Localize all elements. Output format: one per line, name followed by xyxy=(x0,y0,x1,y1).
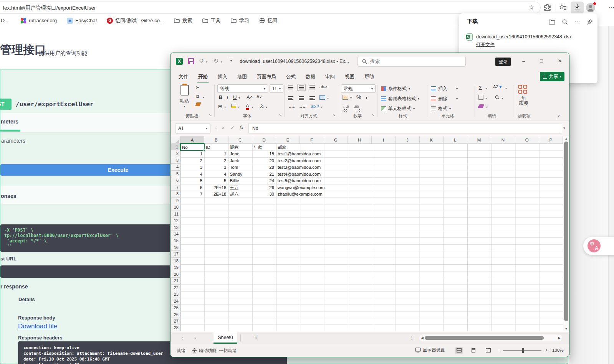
column-header-P[interactable]: P xyxy=(539,136,563,144)
excel-search-box[interactable]: 搜索 xyxy=(357,56,466,67)
cell-B2[interactable]: 1 xyxy=(204,151,226,157)
login-button[interactable]: 登录 xyxy=(495,58,511,66)
column-header-D[interactable]: D xyxy=(252,136,276,144)
redo-icon[interactable]: ↻ xyxy=(213,58,218,64)
copy-icon[interactable]: ⧉ xyxy=(196,94,199,99)
row-header-14[interactable]: 14 xyxy=(171,231,180,237)
cell-B5[interactable]: 4 xyxy=(204,171,226,178)
cell-C1[interactable]: 昵称 xyxy=(230,144,239,151)
cell-B3[interactable]: 2 xyxy=(204,158,226,164)
search-downloads-icon[interactable] xyxy=(561,18,568,25)
ribbon-tab-审阅[interactable]: 审阅 xyxy=(320,72,340,83)
ribbon-tab-页面布局[interactable]: 页面布局 xyxy=(252,72,281,83)
column-header-J[interactable]: J xyxy=(396,136,419,144)
row-header-13[interactable]: 13 xyxy=(171,224,180,231)
horizontal-scroll-thumb[interactable] xyxy=(425,336,544,340)
minimize-button[interactable]: − xyxy=(518,58,530,64)
maximize-button[interactable]: □ xyxy=(536,58,547,64)
ribbon-tab-帮助[interactable]: 帮助 xyxy=(359,72,379,83)
row-header-22[interactable]: 22 xyxy=(171,285,180,291)
orientation-icon[interactable]: ab⇗ xyxy=(311,104,319,109)
open-file-link[interactable]: 打开文件 xyxy=(476,41,495,48)
zoom-out-icon[interactable]: − xyxy=(498,348,500,352)
font-dialog-launcher-icon[interactable]: ↘ xyxy=(279,113,282,117)
row-header-1[interactable]: 1 xyxy=(171,144,180,150)
close-button[interactable]: × xyxy=(554,58,566,64)
bookmark-item[interactable]: ◉EasyChat xyxy=(67,18,97,24)
cell-D8[interactable]: 30 xyxy=(252,191,274,198)
column-header-F[interactable]: F xyxy=(300,136,324,144)
cell-C7[interactable]: 王五 xyxy=(230,184,239,191)
cell-E3[interactable]: test2@baomidou.com xyxy=(278,158,321,164)
new-sheet-icon[interactable]: + xyxy=(254,334,258,341)
cell-D7[interactable]: 26 xyxy=(252,184,274,191)
row-header-25[interactable]: 25 xyxy=(171,305,180,311)
row-header-12[interactable]: 12 xyxy=(171,217,180,224)
comma-style-icon[interactable]: , xyxy=(366,93,367,99)
cell-C3[interactable]: Jack xyxy=(230,158,239,164)
row-header-5[interactable]: 5 xyxy=(171,171,180,177)
row-header-6[interactable]: 6 xyxy=(171,177,180,184)
cell-A5[interactable]: 4 xyxy=(180,171,202,178)
insert-cells-button[interactable]: 插入▾ xyxy=(431,86,458,92)
find-select-icon[interactable] xyxy=(495,95,500,100)
cell-D1[interactable]: 年龄 xyxy=(254,144,263,151)
delete-cells-button[interactable]: 删除▾ xyxy=(431,96,458,102)
borders-dropdown-icon[interactable]: ▾ xyxy=(224,105,226,109)
font-color-dropdown-icon[interactable]: ▾ xyxy=(252,105,253,109)
undo-dropdown-icon[interactable]: ▾ xyxy=(206,60,207,64)
format-as-table-button[interactable]: 套用表格格式▾ xyxy=(381,96,419,102)
cell-B4[interactable]: 3 xyxy=(204,164,226,171)
increase-font-icon[interactable]: A˄ xyxy=(247,95,253,100)
format-painter-icon[interactable] xyxy=(195,102,201,106)
confirm-entry-icon[interactable]: ✓ xyxy=(230,125,235,130)
row-header-20[interactable]: 20 xyxy=(171,271,180,278)
paste-button[interactable]: 粘贴 xyxy=(180,98,189,104)
borders-icon[interactable]: ⊞ xyxy=(218,104,222,109)
find-dropdown-icon[interactable]: ▾ xyxy=(501,97,503,100)
row-header-10[interactable]: 10 xyxy=(171,204,180,211)
row-header-27[interactable]: 27 xyxy=(171,318,180,324)
column-header-B[interactable]: B xyxy=(204,136,228,144)
increase-decimal-icon[interactable]: ←.0.00 xyxy=(343,105,349,112)
vertical-scrollbar[interactable]: ▲ ▼ xyxy=(563,136,569,331)
accessibility-status[interactable]: 辅助功能: 一切就绪 xyxy=(192,348,237,354)
align-left-icon[interactable] xyxy=(288,96,293,100)
row-header-8[interactable]: 8 xyxy=(171,191,180,197)
cell-B6[interactable]: 5 xyxy=(204,178,226,184)
add-ins-button[interactable]: 加载项 xyxy=(518,96,528,105)
number-dialog-launcher-icon[interactable]: ↘ xyxy=(372,113,375,117)
cell-C5[interactable]: Sandy xyxy=(230,171,243,178)
sort-filter-dropdown-icon[interactable]: ▾ xyxy=(505,87,507,90)
row-header-3[interactable]: 3 xyxy=(171,157,180,164)
downloaded-filename[interactable]: download_user16094109156062592348.xlsx xyxy=(476,34,572,40)
column-header-A[interactable]: A xyxy=(180,136,204,144)
ribbon-tab-绘图[interactable]: 绘图 xyxy=(232,72,252,83)
decrease-decimal-icon[interactable]: .00→.0 xyxy=(354,105,361,112)
bookmark-item[interactable]: 工具 xyxy=(202,17,221,24)
quick-access-toolbar-dropdown-icon[interactable]: ▾ xyxy=(229,58,233,63)
column-header-O[interactable]: O xyxy=(515,136,539,144)
cell-C2[interactable]: Jone xyxy=(230,151,240,157)
vertical-scroll-thumb[interactable] xyxy=(564,142,568,321)
accounting-dropdown-icon[interactable]: ▾ xyxy=(350,96,352,100)
select-all-corner[interactable] xyxy=(171,136,180,144)
cell-E4[interactable]: test3@baomidou.com xyxy=(278,164,321,171)
cell-E5[interactable]: test4@baomidou.com xyxy=(278,171,321,178)
accounting-format-icon[interactable]: ¤ xyxy=(343,95,348,100)
cell-B1[interactable]: ID xyxy=(206,144,210,151)
conditional-formatting-button[interactable]: 条件格式▾ xyxy=(381,86,410,92)
formula-input[interactable]: No xyxy=(248,123,562,133)
cell-B8[interactable]: 2E+18 xyxy=(204,191,226,198)
translate-icon[interactable]: 中 A xyxy=(588,239,601,252)
clear-dropdown-icon[interactable]: ▾ xyxy=(486,105,488,109)
cell-A3[interactable]: 2 xyxy=(180,158,202,164)
column-header-K[interactable]: K xyxy=(420,136,444,144)
favorites-hub-icon[interactable] xyxy=(559,4,567,13)
api-path[interactable]: /user/exportExcelUser xyxy=(16,100,93,108)
autosum-dropdown-icon[interactable]: ▾ xyxy=(485,87,487,90)
url-text[interactable]: lex.html#/用户管理接口/exportExcelUser xyxy=(3,5,96,12)
cell-E8[interactable]: zhaoliu@example.com xyxy=(278,191,323,198)
row-header-18[interactable]: 18 xyxy=(171,258,180,264)
open-downloads-folder-icon[interactable] xyxy=(548,18,555,25)
